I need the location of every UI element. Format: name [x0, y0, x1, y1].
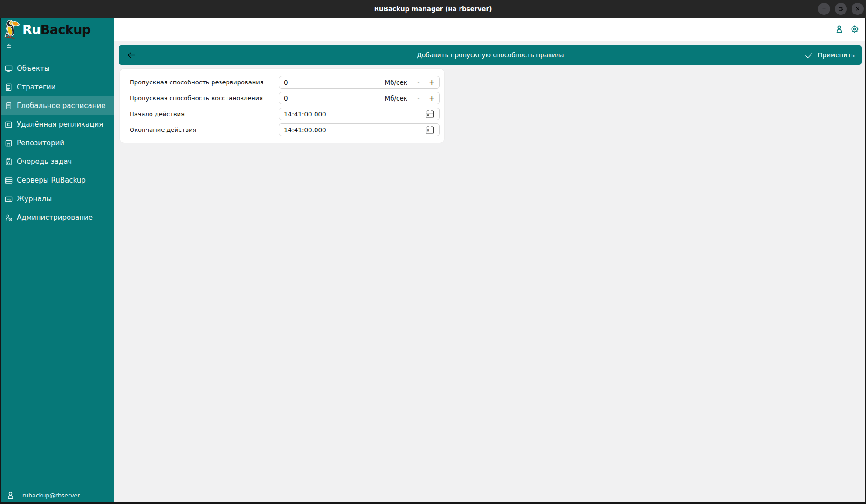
apply-button-label: Применить: [818, 51, 855, 59]
user-row: rubackup@rbserver: [6, 491, 80, 500]
field-value: 14:41:00.000: [284, 110, 326, 118]
servers-icon: [5, 177, 13, 184]
logo-ru: Ru: [22, 22, 41, 37]
logo-text: RuBackup: [22, 23, 91, 36]
end-time-input[interactable]: 14:41:00.0000: [279, 123, 440, 136]
page-header: Добавить пропускную способность правила …: [119, 45, 862, 65]
collapse-row: [0, 41, 114, 51]
arrow-left-icon: [126, 50, 137, 61]
admin-gear-icon: [5, 214, 13, 222]
sidebar-item-label: Глобальное расписание: [17, 102, 106, 110]
form-rows: Пропускная способность резервирования0Мб…: [130, 76, 444, 136]
content-area: Добавить пропускную способность правила …: [114, 41, 866, 504]
replication-icon: C: [5, 121, 13, 129]
sidebar-item-label: Администрирование: [17, 213, 93, 222]
window-border-bottom: [0, 502, 866, 504]
window-title: RuBackup manager (на rbserver): [374, 5, 492, 13]
toucan-logo-icon: [3, 20, 20, 40]
form-card: Пропускная способность резервирования0Мб…: [120, 69, 444, 143]
svg-text:C: C: [7, 122, 10, 127]
logged-in-user: rubackup@rbserver: [22, 492, 80, 499]
titlebar: RuBackup manager (на rbserver): [0, 0, 866, 18]
app-window: RuBackup manager (на rbserver): [0, 0, 866, 504]
sidebar: RuBackup ОбъектыСтратегииГлобальное расп…: [0, 18, 114, 504]
monitor-icon: [5, 65, 13, 73]
sidebar-item-servers[interactable]: Серверы RuBackup: [0, 171, 114, 190]
field-label: Пропускная способность восстановления: [130, 95, 279, 102]
field-value: 0: [284, 95, 288, 102]
sidebar-item-objects[interactable]: Объекты: [0, 59, 114, 78]
document-icon: [5, 83, 13, 91]
logs-icon: log: [5, 195, 13, 203]
sidebar-item-label: Очередь задач: [17, 157, 72, 166]
field-value: 0: [284, 79, 288, 86]
field-label: Начало действия: [130, 110, 279, 117]
sidebar-nav: ОбъектыСтратегииГлобальное расписаниеCУд…: [0, 59, 114, 227]
minimize-button[interactable]: [818, 3, 830, 15]
back-button[interactable]: [126, 50, 137, 61]
logo-backup: Backup: [41, 22, 91, 37]
sidebar-item-strategies[interactable]: Стратегии: [0, 78, 114, 96]
increment-button[interactable]: +: [429, 78, 434, 87]
window-border-left: [0, 18, 1, 504]
restore-bandwidth-input[interactable]: 0Мб/сек-+: [279, 92, 440, 104]
close-icon: [854, 6, 861, 12]
field-value: 14:41:00.000: [284, 126, 326, 134]
main-area: Добавить пропускную способность правила …: [114, 18, 866, 504]
sidebar-item-label: Серверы RuBackup: [17, 176, 86, 184]
sidebar-item-administration[interactable]: Администрирование: [0, 208, 114, 227]
sidebar-item-label: Удалённая репликация: [17, 120, 103, 129]
user-icon[interactable]: [834, 24, 844, 34]
window-controls: [818, 3, 864, 15]
sidebar-item-label: Стратегии: [17, 83, 55, 91]
repository-icon: [5, 139, 13, 147]
sidebar-item-global-schedule[interactable]: Глобальное расписание: [0, 96, 114, 115]
svg-text:log: log: [7, 198, 11, 201]
backup-bandwidth-input[interactable]: 0Мб/сек-+: [279, 76, 440, 89]
form-row-restore-bandwidth: Пропускная способность восстановления0Мб…: [130, 92, 444, 104]
decrement-button[interactable]: -: [416, 78, 421, 87]
decrement-button[interactable]: -: [416, 94, 421, 102]
task-queue-icon: [5, 158, 13, 166]
schedule-icon: [5, 102, 13, 110]
close-button[interactable]: [852, 3, 864, 15]
check-icon: [804, 50, 814, 60]
unit-label: Мб/сек: [385, 95, 407, 102]
collapse-sidebar-icon[interactable]: [5, 42, 13, 50]
sidebar-item-remote-replication[interactable]: CУдалённая репликация: [0, 115, 114, 134]
user-icon: [6, 491, 15, 500]
calendar-icon[interactable]: 0: [426, 109, 434, 118]
sidebar-item-logs[interactable]: logЖурналы: [0, 190, 114, 208]
field-label: Окончание действия: [130, 126, 279, 133]
page-title: Добавить пропускную способность правила: [119, 51, 862, 59]
sidebar-item-repository[interactable]: Репозиторий: [0, 134, 114, 152]
increment-button[interactable]: +: [429, 94, 434, 102]
calendar-icon[interactable]: 0: [426, 125, 434, 134]
unit-label: Мб/сек: [385, 79, 407, 86]
sidebar-item-task-queue[interactable]: Очередь задач: [0, 152, 114, 171]
field-label: Пропускная способность резервирования: [130, 79, 279, 86]
sidebar-item-label: Журналы: [17, 195, 52, 203]
top-toolbar: [114, 18, 866, 41]
form-row-backup-bandwidth: Пропускная способность резервирования0Мб…: [130, 76, 444, 89]
restore-button[interactable]: [835, 3, 847, 15]
minimize-icon: [821, 6, 827, 12]
start-time-input[interactable]: 14:41:00.0000: [279, 108, 440, 120]
apply-button[interactable]: Применить: [804, 50, 855, 60]
gear-icon[interactable]: [850, 24, 859, 34]
form-row-end-time: Окончание действия14:41:00.0000: [130, 123, 444, 136]
form-row-start-time: Начало действия14:41:00.0000: [130, 108, 444, 120]
restore-icon: [838, 6, 844, 12]
logo: RuBackup: [0, 18, 114, 41]
sidebar-item-label: Репозиторий: [17, 139, 64, 147]
sidebar-item-label: Объекты: [17, 64, 50, 73]
